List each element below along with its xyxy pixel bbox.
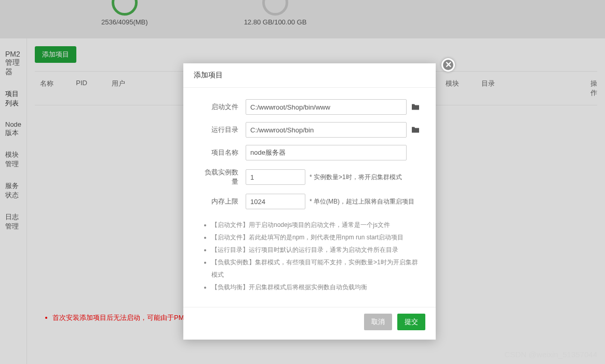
row-run-dir: 运行目录: [199, 122, 420, 138]
close-icon: ✕: [445, 61, 452, 69]
submit-button[interactable]: 提交: [397, 314, 425, 330]
help-item: 【启动文件】若此处填写的是npm，则代表使用npm run start启动项目: [211, 231, 420, 244]
modal-title: 添加项目: [183, 63, 436, 87]
row-project-name: 项目名称: [199, 145, 420, 160]
close-button[interactable]: ✕: [441, 58, 455, 72]
hint-instances: * 实例数量>1时，将开启集群模式: [310, 173, 402, 182]
help-item: 【负载实例数】集群模式，有些项目可能不支持，实例数量>1时为开启集群模式: [211, 256, 420, 281]
hint-memory: * 单位(MB)，超过上限将自动重启项目: [310, 197, 414, 206]
input-instances[interactable]: [246, 169, 305, 185]
help-list: 【启动文件】用于启动nodejs项目的启动文件，通常是一个js文件 【启动文件】…: [199, 219, 420, 293]
row-startup-file: 启动文件: [199, 99, 420, 115]
modal-footer: 取消 提交: [183, 307, 436, 340]
input-run-dir[interactable]: [246, 122, 407, 138]
input-startup-file[interactable]: [246, 99, 407, 115]
label-project-name: 项目名称: [199, 148, 246, 157]
folder-icon[interactable]: [411, 126, 420, 133]
watermark: CSDN @weixin_51357044: [504, 350, 597, 359]
row-instances: 负载实例数量 * 实例数量>1时，将开启集群模式: [199, 168, 420, 186]
modal-body: 启动文件 运行目录 项目名称 负载实例数量 * 实例数量>1时，将开启集群模式 …: [183, 88, 436, 299]
input-project-name[interactable]: [246, 145, 407, 160]
label-instances: 负载实例数量: [199, 168, 246, 186]
help-item: 【负载均衡】开启集群模式后将根据实例数自动负载均衡: [211, 281, 420, 293]
help-item: 【启动文件】用于启动nodejs项目的启动文件，通常是一个js文件: [211, 219, 420, 231]
label-memory: 内存上限: [199, 197, 246, 206]
cancel-button[interactable]: 取消: [364, 314, 392, 330]
add-project-modal: 添加项目 启动文件 运行目录 项目名称 负载实例数量 * 实例数量>1时，将开启…: [183, 63, 436, 340]
help-item: 【运行目录】运行项目时默认的运行目录，通常为启动文件所在目录: [211, 244, 420, 256]
label-startup-file: 启动文件: [199, 102, 246, 112]
input-memory[interactable]: [246, 194, 305, 209]
label-run-dir: 运行目录: [199, 125, 246, 134]
row-memory: 内存上限 * 单位(MB)，超过上限将自动重启项目: [199, 194, 420, 209]
folder-icon[interactable]: [411, 103, 420, 111]
